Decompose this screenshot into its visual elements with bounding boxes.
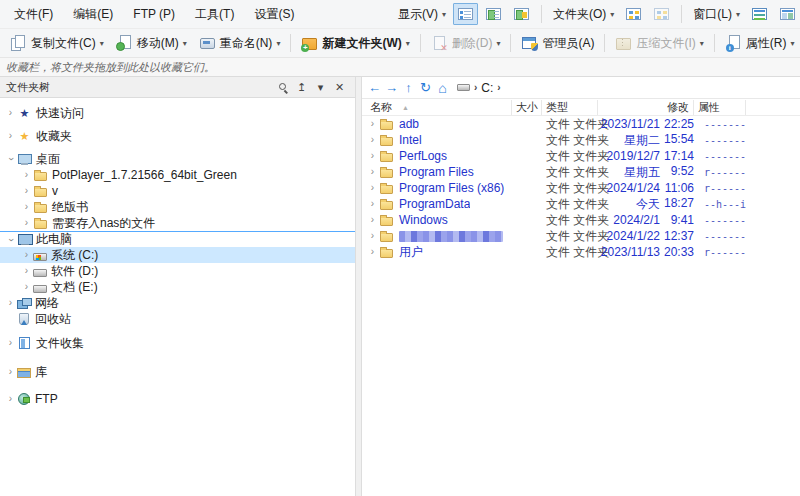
home-icon[interactable]: ⌂ (434, 78, 451, 98)
search-icon[interactable] (273, 77, 292, 97)
column-header-name[interactable]: 名称▲ (366, 100, 512, 115)
copy-button[interactable]: 复制文件(C)▾ (4, 33, 110, 54)
chevron-down-icon[interactable]: ▾ (311, 77, 330, 97)
file-name-label: PerfLogs (394, 149, 447, 163)
breadcrumb[interactable]: › C: › (457, 81, 501, 95)
column-header-modified[interactable]: 修改 (598, 100, 694, 115)
pin-icon[interactable]: ↥ (292, 77, 311, 97)
sidebar-item-library[interactable]: ›库 (0, 364, 355, 380)
sidebar-item-favorites[interactable]: ›★收藏夹 (0, 128, 355, 144)
admin-button[interactable]: 管理员(A) (515, 33, 600, 54)
sidebar-item-drive-e[interactable]: ›文档 (E:) (0, 279, 355, 295)
sidebar-item-quick-access[interactable]: ›★快速访问 (0, 105, 355, 121)
close-icon[interactable]: ✕ (330, 77, 349, 97)
menu-window[interactable]: 窗口(L)▾ (689, 6, 744, 23)
file-row[interactable]: ›PerfLogs文件 文件夹2019/12/717:14------- (366, 148, 800, 164)
delete-button[interactable]: 删除(D)▾ (425, 33, 507, 54)
expander-closed-icon[interactable]: › (20, 280, 33, 294)
display-view-button-1[interactable] (453, 3, 478, 25)
sidebar-item-nas-files[interactable]: ›需要存入nas的文件 (0, 215, 355, 231)
expander-open-icon[interactable]: › (4, 153, 18, 166)
expander-closed-icon[interactable]: › (4, 392, 17, 406)
admin-button-label: 管理员(A) (542, 35, 594, 52)
main-area: 文件夹树 ↥ ▾ ✕ ›★快速访问›★收藏夹›桌面›PotPlayer_1.7.… (0, 77, 800, 496)
expander-closed-icon[interactable]: › (366, 229, 379, 243)
menu-ftp[interactable]: FTP (P) (123, 0, 185, 28)
expander-closed-icon[interactable]: › (366, 245, 379, 259)
chevron-down-icon: ▾ (406, 39, 410, 48)
expander-closed-icon[interactable]: › (4, 365, 17, 379)
file-attrs-cell: --h---i (694, 199, 754, 210)
zip-icon (615, 35, 632, 51)
modified-date: 2023/11/21 (598, 117, 660, 131)
display-view-button-2[interactable] (481, 3, 506, 25)
sidebar-item-juebanshu[interactable]: ›绝版书 (0, 199, 355, 215)
expander-closed-icon[interactable]: › (366, 213, 379, 227)
back-icon[interactable]: ← (366, 78, 383, 98)
sidebar-item-drive-d[interactable]: ›软件 (D:) (0, 263, 355, 279)
menu-display[interactable]: 显示(V)▾ (394, 6, 450, 23)
column-header-type[interactable]: 类型 (542, 100, 598, 115)
expander-closed-icon[interactable]: › (20, 248, 33, 262)
rename-button[interactable]: 重命名(N)▾ (193, 33, 287, 54)
expander-closed-icon[interactable]: › (366, 181, 379, 195)
sidebar-item-file-collection[interactable]: ›文件收集 (0, 335, 355, 351)
expander-closed-icon[interactable]: › (366, 197, 379, 211)
expander-closed-icon[interactable]: › (366, 149, 379, 163)
expander-open-icon[interactable]: › (4, 233, 18, 246)
zip-button[interactable]: 压缩文件(I)▾ (609, 33, 709, 54)
breadcrumb-drive-label[interactable]: C: (481, 81, 493, 95)
delete-button-label: 删除(D) (452, 35, 493, 52)
expander-closed-icon[interactable]: › (366, 117, 379, 131)
favorites-bar[interactable]: 收藏栏，将文件夹拖放到此处以收藏它们。 (0, 58, 800, 77)
folders-view-button-2[interactable] (649, 3, 674, 25)
sidebar-item-this-pc[interactable]: ›此电脑 (0, 231, 355, 247)
expander-closed-icon[interactable]: › (20, 264, 33, 278)
expander-closed-icon[interactable]: › (4, 106, 17, 120)
forward-icon[interactable]: → (383, 78, 400, 98)
move-button[interactable]: 移动(M)▾ (110, 33, 193, 54)
expander-closed-icon[interactable]: › (366, 165, 379, 179)
sidebar-item-ftp[interactable]: ›FTP (0, 391, 355, 407)
file-row[interactable]: ›ProgramData文件 文件夹今天18:27--h---i (366, 196, 800, 212)
menu-folders[interactable]: 文件夹(O)▾ (549, 6, 618, 23)
sidebar-item-v[interactable]: ›v (0, 183, 355, 199)
expander-closed-icon[interactable]: › (20, 168, 33, 182)
file-row[interactable]: ›Windows文件 文件夹2024/2/19:41------- (366, 212, 800, 228)
file-row[interactable]: ›文件 文件夹2024/1/2212:37------- (366, 228, 800, 244)
menu-edit[interactable]: 编辑(E) (63, 0, 123, 28)
menu-settings[interactable]: 设置(S) (244, 0, 304, 28)
expander-closed-icon[interactable]: › (4, 296, 17, 310)
file-row[interactable]: ›Program Files文件 文件夹星期五9:52r------ (366, 164, 800, 180)
column-header-size[interactable]: 大小 (512, 100, 542, 115)
sidebar-item-desktop[interactable]: ›桌面 (0, 151, 355, 167)
menu-tools[interactable]: 工具(T) (185, 0, 244, 28)
properties-button[interactable]: 属性(R)▾ (719, 33, 800, 54)
file-row[interactable]: ›用户文件 文件夹2023/11/1320:33r------ (366, 244, 800, 260)
refresh-icon[interactable]: ↻ (417, 78, 434, 98)
expander-closed-icon[interactable]: › (4, 129, 17, 143)
sidebar-item-recycle-bin[interactable]: 回收站 (0, 311, 355, 327)
expander-closed-icon[interactable]: › (20, 184, 33, 198)
expander-closed-icon[interactable]: › (4, 336, 17, 350)
sidebar-item-label: 快速访问 (32, 105, 84, 122)
file-attrs-cell: ------- (694, 215, 754, 226)
new-folder-button[interactable]: 新建文件夹(W)▾ (295, 33, 415, 54)
window-view-button-1[interactable] (747, 3, 772, 25)
column-header-attrs[interactable]: 属性 (694, 100, 746, 115)
newfolder-icon (301, 35, 318, 51)
file-row[interactable]: ›Intel文件 文件夹星期二15:54------- (366, 132, 800, 148)
folders-view-button-1[interactable] (621, 3, 646, 25)
display-view-button-3[interactable] (509, 3, 534, 25)
window-view-button-2[interactable] (775, 3, 800, 25)
up-icon[interactable]: ↑ (400, 78, 417, 98)
expander-closed-icon[interactable]: › (366, 133, 379, 147)
expander-closed-icon[interactable]: › (20, 216, 33, 230)
expander-closed-icon[interactable]: › (20, 200, 33, 214)
file-row[interactable]: ›adb文件 文件夹2023/11/2122:25------- (366, 116, 800, 132)
sidebar-item-potplayer[interactable]: ›PotPlayer_1.7.21566_64bit_Green (0, 167, 355, 183)
menu-file[interactable]: 文件(F) (4, 0, 63, 28)
file-row[interactable]: ›Program Files (x86)文件 文件夹2024/1/2411:06… (366, 180, 800, 196)
sidebar-item-network[interactable]: ›网络 (0, 295, 355, 311)
sidebar-item-drive-c[interactable]: ›系统 (C:) (0, 247, 355, 263)
